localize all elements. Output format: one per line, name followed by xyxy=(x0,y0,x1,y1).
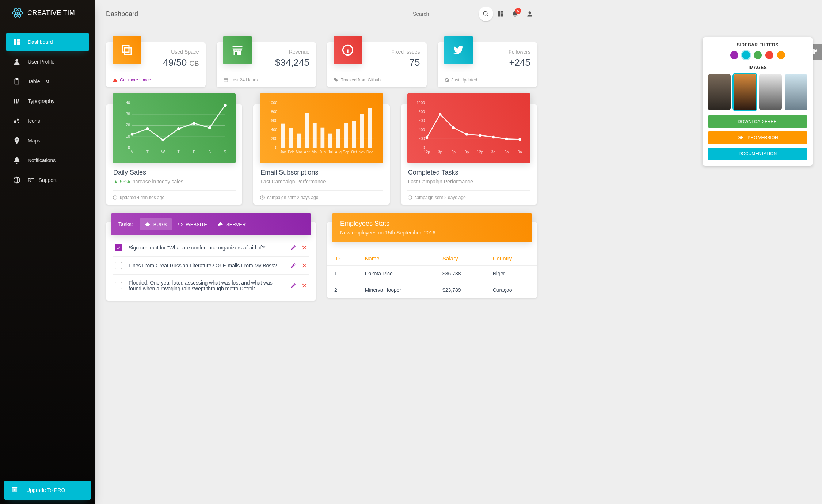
chart-footer-text: updated 4 minutes ago xyxy=(120,195,164,200)
svg-point-47 xyxy=(193,122,195,125)
sidebar-item-maps[interactable]: Maps xyxy=(6,132,89,149)
svg-text:600: 600 xyxy=(418,119,425,123)
svg-text:400: 400 xyxy=(418,128,425,132)
svg-rect-29 xyxy=(235,52,237,55)
apps-button[interactable] xyxy=(493,7,508,21)
person-icon xyxy=(12,57,21,66)
delete-button[interactable] xyxy=(301,245,307,251)
charts-row: 010203040MTWTFSS Daily Sales ▲ 55% incre… xyxy=(106,87,537,205)
svg-rect-7 xyxy=(14,42,16,45)
account-button[interactable] xyxy=(522,7,537,21)
chart-card-completed: 0200400600800100012p3p6p9p12p3a6a9a Comp… xyxy=(401,104,537,205)
svg-point-45 xyxy=(162,139,164,141)
cell-id: 1 xyxy=(327,266,358,282)
sidebar-item-dashboard[interactable]: Dashboard xyxy=(6,33,89,51)
stat-footer: Last 24 Hours xyxy=(223,73,310,87)
chart-footer: updated 4 minutes ago xyxy=(113,190,236,205)
sidebar-item-label: Dashboard xyxy=(28,39,53,45)
edit-button[interactable] xyxy=(290,263,296,268)
edit-button[interactable] xyxy=(290,283,296,289)
tab-server[interactable]: SERVER xyxy=(212,218,251,230)
sidebar-item-notifications[interactable]: Notifications xyxy=(6,152,89,169)
delete-button[interactable] xyxy=(301,263,307,268)
employees-card: Employees Stats New employees on 15th Se… xyxy=(327,222,537,298)
cell-id: 2 xyxy=(327,282,358,298)
svg-text:S: S xyxy=(208,150,211,154)
cell-name: Dakota Rice xyxy=(358,266,435,282)
task-checkbox[interactable] xyxy=(115,244,122,251)
edit-button[interactable] xyxy=(290,245,296,251)
svg-rect-12 xyxy=(16,99,17,104)
clock-icon xyxy=(407,195,412,200)
svg-point-112 xyxy=(492,136,494,138)
employees-header: Employees Stats New employees on 15th Se… xyxy=(332,213,532,242)
table-row: 2Minerva Hooper$23,789Curaçao xyxy=(327,282,537,298)
notifications-button[interactable]: 5 xyxy=(508,7,522,21)
svg-rect-26 xyxy=(122,46,129,52)
tab-label: SERVER xyxy=(226,222,246,227)
svg-text:Jun: Jun xyxy=(320,150,326,154)
line-chart: 0200400600800100012p3p6p9p12p3a6a9a xyxy=(415,99,523,158)
svg-rect-11 xyxy=(14,99,15,104)
tab-website[interactable]: WEBSITE xyxy=(172,218,213,230)
chart-title: Email Subscriptions xyxy=(260,169,382,176)
svg-rect-30 xyxy=(224,79,228,82)
svg-text:Jul: Jul xyxy=(328,150,333,154)
tab-label: WEBSITE xyxy=(186,222,208,227)
sidebar-item-icons[interactable]: Icons xyxy=(6,112,89,130)
svg-text:0: 0 xyxy=(423,146,425,150)
sidebar-item-table-list[interactable]: Table List xyxy=(6,73,89,90)
sidebar-item-typography[interactable]: Typography xyxy=(6,92,89,110)
svg-text:400: 400 xyxy=(271,128,277,132)
svg-point-49 xyxy=(224,104,226,107)
svg-rect-73 xyxy=(305,113,309,148)
bottom-row: Tasks: BUGS WEBSITE SERVER Sign xyxy=(106,205,537,301)
search-button[interactable] xyxy=(479,7,493,21)
svg-point-43 xyxy=(131,133,133,135)
sidebar-item-label: Typography xyxy=(28,98,54,104)
task-text: Lines From Great Russian Literature? Or … xyxy=(129,263,284,268)
svg-rect-79 xyxy=(352,121,356,148)
tab-bugs[interactable]: BUGS xyxy=(140,218,172,230)
svg-text:12p: 12p xyxy=(477,150,483,154)
get-more-space-link[interactable]: Get more space xyxy=(120,77,151,83)
task-actions xyxy=(290,263,307,268)
search-input[interactable] xyxy=(412,9,474,19)
task-checkbox[interactable] xyxy=(115,262,122,269)
employees-subtitle: New employees on 15th September, 2016 xyxy=(340,230,524,236)
svg-point-108 xyxy=(439,113,441,115)
svg-rect-10 xyxy=(16,78,18,80)
col-country: Country xyxy=(486,252,537,266)
svg-text:Mar: Mar xyxy=(296,150,302,154)
clock-icon xyxy=(113,195,118,200)
bar-chart: 02004006008001000JanFebMarAprMaiJunJulAu… xyxy=(267,99,376,158)
bubble-chart-icon xyxy=(12,117,21,125)
col-salary: Salary xyxy=(435,252,486,266)
svg-text:40: 40 xyxy=(126,101,130,105)
cell-name: Minerva Hooper xyxy=(358,282,435,298)
svg-point-111 xyxy=(479,134,481,137)
svg-point-113 xyxy=(505,138,508,140)
svg-text:T: T xyxy=(146,150,149,154)
employees-title: Employees Stats xyxy=(340,220,524,228)
svg-text:600: 600 xyxy=(271,119,277,123)
main: Dashboard 5 Used Space xyxy=(95,0,548,336)
sidebar-item-user-profile[interactable]: User Profile xyxy=(6,53,89,70)
svg-point-110 xyxy=(465,133,468,135)
svg-text:9p: 9p xyxy=(465,150,469,154)
svg-rect-76 xyxy=(328,134,332,148)
svg-text:800: 800 xyxy=(271,110,277,114)
sidebar-item-rtl[interactable]: RTL Support xyxy=(6,171,89,189)
task-row: Flooded: One year later, assessing what … xyxy=(113,275,309,297)
task-row: Sign contract for "What are conference o… xyxy=(113,239,309,257)
sidebar-item-label: Icons xyxy=(28,118,40,124)
task-checkbox[interactable] xyxy=(115,282,122,289)
svg-point-24 xyxy=(529,11,531,14)
employees-table: ID Name Salary Country 1Dakota Rice$36,7… xyxy=(327,252,537,298)
twitter-icon xyxy=(444,36,473,64)
svg-point-15 xyxy=(17,119,19,121)
table-row: 1Dakota Rice$36,738Niger xyxy=(327,266,537,282)
svg-text:12p: 12p xyxy=(424,150,430,154)
delete-button[interactable] xyxy=(301,283,307,289)
tab-label: BUGS xyxy=(153,222,167,227)
